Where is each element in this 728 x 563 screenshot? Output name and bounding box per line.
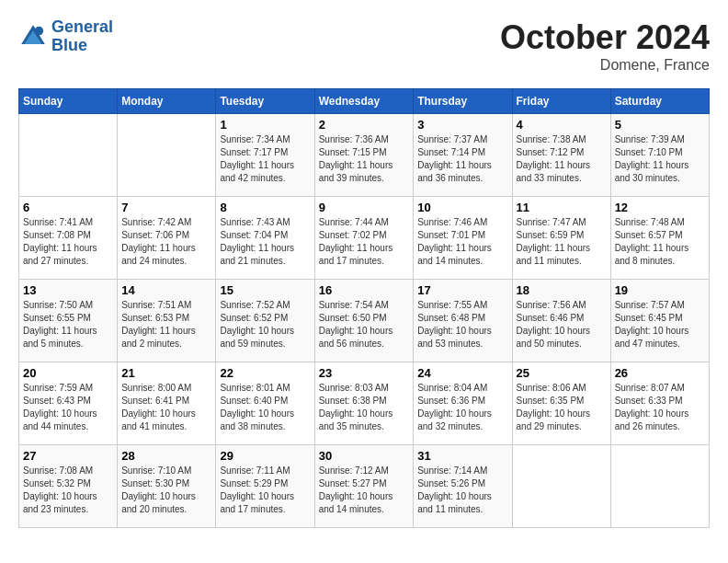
day-number: 20 [23, 366, 113, 380]
day-info: Sunrise: 8:04 AMSunset: 6:36 PMDaylight:… [417, 382, 507, 433]
calendar-cell: 23Sunrise: 8:03 AMSunset: 6:38 PMDayligh… [314, 362, 414, 445]
calendar-cell: 5Sunrise: 7:39 AMSunset: 7:10 PMDaylight… [610, 114, 709, 197]
day-info: Sunrise: 7:47 AMSunset: 6:59 PMDaylight:… [517, 216, 607, 268]
day-info: Sunrise: 7:36 AMSunset: 7:15 PMDaylight:… [319, 133, 410, 185]
day-info: Sunrise: 7:11 AMSunset: 5:29 PMDaylight:… [220, 465, 310, 516]
week-row-2: 6Sunrise: 7:41 AMSunset: 7:08 PMDaylight… [19, 197, 710, 280]
calendar-cell: 16Sunrise: 7:54 AMSunset: 6:50 PMDayligh… [314, 280, 414, 362]
day-info: Sunrise: 8:06 AMSunset: 6:35 PMDaylight:… [517, 382, 607, 433]
calendar-cell: 9Sunrise: 7:44 AMSunset: 7:02 PMDaylight… [314, 197, 414, 280]
day-info: Sunrise: 7:56 AMSunset: 6:46 PMDaylight:… [517, 299, 607, 350]
day-info: Sunrise: 7:55 AMSunset: 6:48 PMDaylight:… [417, 299, 507, 350]
calendar-cell: 10Sunrise: 7:46 AMSunset: 7:01 PMDayligh… [414, 197, 512, 280]
calendar-cell: 17Sunrise: 7:55 AMSunset: 6:48 PMDayligh… [414, 280, 512, 362]
day-info: Sunrise: 7:43 AMSunset: 7:04 PMDaylight:… [220, 216, 310, 268]
calendar-cell: 30Sunrise: 7:12 AMSunset: 5:27 PMDayligh… [314, 445, 414, 528]
day-number: 8 [220, 201, 310, 214]
logo-line1: General [51, 18, 113, 37]
day-number: 16 [319, 283, 410, 297]
calendar-cell: 1Sunrise: 7:34 AMSunset: 7:17 PMDaylight… [216, 114, 314, 197]
weekday-header-sunday: Sunday [19, 89, 118, 114]
day-number: 19 [615, 283, 705, 297]
day-number: 4 [517, 118, 607, 132]
calendar-cell: 31Sunrise: 7:14 AMSunset: 5:26 PMDayligh… [414, 445, 512, 528]
day-number: 6 [23, 201, 113, 214]
day-number: 10 [417, 201, 507, 214]
calendar-cell: 15Sunrise: 7:52 AMSunset: 6:52 PMDayligh… [216, 280, 314, 362]
calendar-cell: 27Sunrise: 7:08 AMSunset: 5:32 PMDayligh… [19, 445, 118, 528]
calendar-cell: 2Sunrise: 7:36 AMSunset: 7:15 PMDaylight… [314, 114, 414, 197]
logo-line2: Blue [51, 37, 113, 55]
calendar-header: SundayMondayTuesdayWednesdayThursdayFrid… [19, 89, 710, 114]
day-number: 15 [220, 283, 310, 297]
day-number: 2 [319, 118, 410, 132]
day-info: Sunrise: 7:42 AMSunset: 7:06 PMDaylight:… [121, 216, 211, 268]
day-number: 1 [220, 118, 310, 132]
calendar-cell: 18Sunrise: 7:56 AMSunset: 6:46 PMDayligh… [512, 280, 610, 362]
weekday-header-thursday: Thursday [414, 89, 512, 114]
day-number: 11 [517, 201, 607, 214]
day-info: Sunrise: 7:38 AMSunset: 7:12 PMDaylight:… [517, 133, 607, 185]
location: Domene, France [500, 57, 710, 74]
day-number: 26 [615, 366, 705, 380]
day-info: Sunrise: 7:44 AMSunset: 7:02 PMDaylight:… [319, 216, 410, 268]
weekday-header-saturday: Saturday [610, 89, 709, 114]
week-row-3: 13Sunrise: 7:50 AMSunset: 6:55 PMDayligh… [19, 280, 710, 362]
day-info: Sunrise: 7:52 AMSunset: 6:52 PMDaylight:… [220, 299, 310, 350]
calendar-cell [512, 445, 610, 528]
calendar-cell: 19Sunrise: 7:57 AMSunset: 6:45 PMDayligh… [610, 280, 709, 362]
weekday-header-wednesday: Wednesday [314, 89, 414, 114]
day-info: Sunrise: 8:03 AMSunset: 6:38 PMDaylight:… [319, 382, 410, 433]
calendar-cell: 25Sunrise: 8:06 AMSunset: 6:35 PMDayligh… [512, 362, 610, 445]
calendar-cell: 12Sunrise: 7:48 AMSunset: 6:57 PMDayligh… [610, 197, 709, 280]
day-number: 5 [615, 118, 705, 132]
day-info: Sunrise: 8:07 AMSunset: 6:33 PMDaylight:… [615, 382, 705, 433]
day-number: 7 [121, 201, 211, 214]
day-info: Sunrise: 7:54 AMSunset: 6:50 PMDaylight:… [319, 299, 410, 350]
day-info: Sunrise: 7:41 AMSunset: 7:08 PMDaylight:… [23, 216, 113, 268]
day-number: 31 [417, 449, 507, 463]
day-info: Sunrise: 8:01 AMSunset: 6:40 PMDaylight:… [220, 382, 310, 433]
day-number: 23 [319, 366, 410, 380]
day-info: Sunrise: 7:37 AMSunset: 7:14 PMDaylight:… [417, 133, 507, 185]
day-number: 14 [121, 283, 211, 297]
day-info: Sunrise: 7:59 AMSunset: 6:43 PMDaylight:… [23, 382, 113, 433]
calendar-cell: 21Sunrise: 8:00 AMSunset: 6:41 PMDayligh… [118, 362, 216, 445]
logo-text: General Blue [51, 18, 113, 55]
week-row-5: 27Sunrise: 7:08 AMSunset: 5:32 PMDayligh… [19, 445, 710, 528]
calendar-table: SundayMondayTuesdayWednesdayThursdayFrid… [18, 88, 710, 528]
week-row-1: 1Sunrise: 7:34 AMSunset: 7:17 PMDaylight… [19, 114, 710, 197]
calendar-cell: 13Sunrise: 7:50 AMSunset: 6:55 PMDayligh… [19, 280, 118, 362]
day-number: 13 [23, 283, 113, 297]
day-number: 27 [23, 449, 113, 463]
calendar-cell: 3Sunrise: 7:37 AMSunset: 7:14 PMDaylight… [414, 114, 512, 197]
day-number: 21 [121, 366, 211, 380]
day-info: Sunrise: 7:12 AMSunset: 5:27 PMDaylight:… [319, 465, 410, 516]
calendar-cell: 20Sunrise: 7:59 AMSunset: 6:43 PMDayligh… [19, 362, 118, 445]
day-number: 24 [417, 366, 507, 380]
calendar-cell: 26Sunrise: 8:07 AMSunset: 6:33 PMDayligh… [610, 362, 709, 445]
day-info: Sunrise: 7:50 AMSunset: 6:55 PMDaylight:… [23, 299, 113, 350]
day-info: Sunrise: 7:39 AMSunset: 7:10 PMDaylight:… [615, 133, 705, 185]
day-info: Sunrise: 7:57 AMSunset: 6:45 PMDaylight:… [615, 299, 705, 350]
logo: General Blue [18, 18, 113, 55]
calendar-cell: 22Sunrise: 8:01 AMSunset: 6:40 PMDayligh… [216, 362, 314, 445]
page-header: General Blue October 2024 Domene, France [18, 18, 710, 74]
day-info: Sunrise: 8:00 AMSunset: 6:41 PMDaylight:… [121, 382, 211, 433]
calendar-cell: 7Sunrise: 7:42 AMSunset: 7:06 PMDaylight… [118, 197, 216, 280]
title-block: October 2024 Domene, France [500, 18, 710, 74]
day-number: 28 [121, 449, 211, 463]
calendar-cell: 24Sunrise: 8:04 AMSunset: 6:36 PMDayligh… [414, 362, 512, 445]
weekday-row: SundayMondayTuesdayWednesdayThursdayFrid… [19, 89, 710, 114]
day-info: Sunrise: 7:34 AMSunset: 7:17 PMDaylight:… [220, 133, 310, 185]
calendar-body: 1Sunrise: 7:34 AMSunset: 7:17 PMDaylight… [19, 114, 710, 528]
calendar-cell: 4Sunrise: 7:38 AMSunset: 7:12 PMDaylight… [512, 114, 610, 197]
calendar-cell: 11Sunrise: 7:47 AMSunset: 6:59 PMDayligh… [512, 197, 610, 280]
day-info: Sunrise: 7:48 AMSunset: 6:57 PMDaylight:… [615, 216, 705, 268]
svg-point-2 [35, 27, 44, 36]
day-number: 3 [417, 118, 507, 132]
day-info: Sunrise: 7:46 AMSunset: 7:01 PMDaylight:… [417, 216, 507, 268]
month-title: October 2024 [500, 18, 710, 57]
day-number: 30 [319, 449, 410, 463]
day-number: 25 [517, 366, 607, 380]
